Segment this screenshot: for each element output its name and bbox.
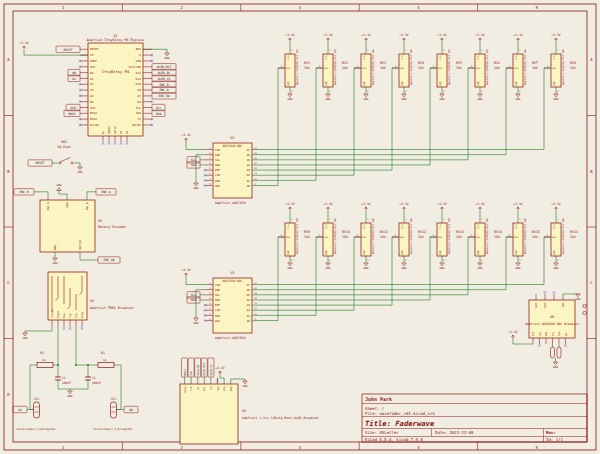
slider-rv12[interactable]: +3.3VGNDVinOutGND123Adafruit SC60281 Pot… (392, 202, 426, 270)
net-label-OLED_DC[interactable]: OLED_DC (152, 69, 176, 75)
adc-ref: U3 (230, 271, 234, 275)
slider-rv6[interactable]: +3.3VGNDVinOutGND123Adafruit SC60281 Pot… (468, 33, 500, 101)
push-switch-sw1[interactable]: SW1SW_PushGND (52, 140, 83, 175)
pin-name: SCK (90, 106, 95, 110)
net-label-SCK[interactable]: SCK (66, 104, 80, 110)
slider-rv7[interactable]: +3.3VGNDVinOutGND123Adafruit SC60281 Pot… (506, 33, 538, 101)
pin-name: ENC_B (47, 202, 50, 210)
pin-name: A5 (247, 293, 251, 297)
no-connect-icon (564, 344, 566, 346)
resistor-ref: R1 (101, 351, 105, 355)
pin-name: SWITCH (79, 240, 82, 250)
net-label-SCL[interactable]: SCL (152, 104, 165, 110)
pin-name: VOUT (544, 302, 547, 308)
pad[interactable] (557, 347, 561, 358)
pin-name: A2 (90, 82, 94, 86)
analog-frontend[interactable]: R21kR11kC2100nFC1100nFGNDJP2JP1SolderJum… (17, 351, 133, 432)
slider-rv1[interactable]: +3.3VGNDVinOutGND123Adafruit SC60281 Pot… (278, 33, 310, 101)
net-label-SDA[interactable]: SDA (152, 110, 165, 116)
net-label-ENC_SW[interactable]: ENC_SW (152, 93, 176, 99)
pin-number: 1 (557, 218, 559, 220)
net-label-RESET[interactable]: RESET (28, 160, 52, 166)
slider-rv10[interactable]: +3.3VGNDVinOutGND123Adafruit SC60281 Pot… (316, 202, 350, 270)
pin-name: AD0 (215, 314, 220, 318)
net-label-OLED_DC[interactable]: OLED_DC (195, 358, 201, 377)
oled-body[interactable] (180, 384, 238, 444)
net-label-SCL[interactable]: SCL (187, 157, 200, 163)
pin-number: 3 (557, 259, 559, 262)
pin-number: 3 (367, 90, 369, 93)
pin-number: 4 (209, 162, 211, 164)
zone-number: 4 (417, 5, 420, 10)
net-label-A1[interactable]: A1 (13, 406, 27, 412)
dac-breakout-u6[interactable]: VREFVOUTGNDGNDVDD3VoGNDSCLSDAA0+3.3VGNDU… (508, 291, 586, 369)
zone-number: 2 (180, 5, 183, 10)
zone-number: 4 (417, 445, 420, 450)
net-label-SCK[interactable]: SCK (188, 358, 194, 377)
slider-rv3[interactable]: +3.3VGNDVinOutGND123Adafruit SC60281 Pot… (354, 33, 386, 101)
net-label-ENC_A[interactable]: ENC_A (96, 189, 116, 195)
gnd-label: GND (287, 266, 292, 270)
slider-rv2[interactable]: +3.3VGNDVinOutGND123Adafruit SC60281 Pot… (316, 33, 348, 101)
slider-rv8[interactable]: +3.3VGNDVinOutGND123Adafruit SC60281 Pot… (544, 33, 576, 101)
svg-text:OLED_CS: OLED_CS (210, 364, 213, 375)
svg-text:SCK: SCK (70, 106, 76, 110)
adc-u1[interactable]: +3.3VGNDU1ADS7830 ADCAdafruit_ADS7830VIN… (181, 133, 257, 204)
solder-jumper-body[interactable] (34, 402, 40, 418)
solder-jumper-body[interactable] (111, 402, 117, 418)
oled-ref: U8 (242, 409, 246, 413)
pin-name: A1 (247, 179, 251, 183)
slider-rv14[interactable]: +3.3VGNDVinOutGND123Adafruit SC60281 Pot… (468, 202, 502, 270)
net-label-MOSI[interactable]: MOSI (64, 110, 80, 116)
net-label-RESET[interactable]: RESET (56, 46, 80, 52)
net-label-OLED_CS[interactable]: OLED_CS (208, 358, 214, 377)
slider-rv5[interactable]: +3.3VGNDVinOutGND123Adafruit SC60281 Pot… (430, 33, 462, 101)
net-label-A1[interactable]: A1 (68, 75, 80, 81)
pin-name: SDA (215, 163, 220, 167)
pin-name: Out (400, 236, 405, 239)
net-label-SDA[interactable]: SDA (187, 297, 200, 303)
net-label-SDA[interactable]: SDA (187, 162, 200, 168)
connector-pin (583, 311, 586, 314)
slider-rv4[interactable]: +3.3VGNDVinOutGND123Adafruit SC60281 Pot… (392, 33, 424, 101)
slider-rv11[interactable]: +3.3VGNDVinOutGND123Adafruit SC60281 Pot… (354, 202, 388, 270)
net-label-A0[interactable]: A0 (124, 406, 138, 412)
net-label-SCL[interactable]: SCL (187, 292, 200, 298)
gnd-label: GND (553, 365, 558, 369)
slider-rv9[interactable]: +3.3VGNDVinOutGND123Adafruit SC60281 Pot… (278, 202, 310, 270)
net-label-OLED_CS[interactable]: OLED_CS (152, 75, 176, 81)
net-label-OLED_RST[interactable]: OLED_RST (152, 64, 176, 70)
no-connect-icon (544, 291, 546, 293)
net-label-ENC_B[interactable]: ENC_B (152, 81, 176, 87)
pin-number: 3 (443, 259, 445, 262)
net-label-ENC_SW[interactable]: ENC_SW (98, 257, 120, 263)
mcu-body[interactable] (88, 43, 143, 136)
oled-breakout-u8[interactable]: +3.3VGNDDataClkDCRstCS3VoVinGNDU8Adafrui… (180, 366, 319, 444)
pad[interactable] (551, 347, 555, 358)
adc-ref: U1 (230, 136, 234, 140)
vcc-label: +3.3V (285, 33, 294, 37)
zone-number: 5 (536, 5, 539, 10)
pin-number: 2 (281, 234, 283, 236)
net-label-OLED_RST[interactable]: OLED_RST (201, 358, 207, 377)
jumper-value: SolderJumper_3_Bridged12 (94, 427, 133, 431)
author: John Park (365, 396, 392, 402)
slider-rv13[interactable]: +3.3VGNDVinOutGND123Adafruit SC60281 Pot… (430, 202, 464, 270)
jumper-ref: JP1 (111, 397, 117, 401)
net-label-A0[interactable]: A0 (68, 69, 80, 75)
mcu-itsybitsy[interactable]: U2Adafruit ItsyBitsy M4 ExpressItsyBitsy… (19, 34, 170, 145)
resistor-body[interactable] (98, 363, 114, 368)
slider-ref: RV12 (418, 230, 426, 234)
pin-number: 1 (519, 49, 521, 51)
net-label-ENC_B[interactable]: ENC_B (14, 189, 34, 195)
pin-name: Vin (287, 224, 290, 229)
net-label-ENC_A[interactable]: ENC_A (152, 87, 176, 93)
slider-rv15[interactable]: +3.3VGNDVinOutGND123Adafruit SC60281 Pot… (506, 202, 540, 270)
svg-text:ENC_SW: ENC_SW (104, 258, 115, 262)
net-label-MOSI[interactable]: MOSI (182, 358, 188, 377)
resistor-body[interactable] (37, 363, 53, 368)
mcu-value: Adafruit ItsyBitsy M4 Express (87, 38, 145, 42)
rotary-encoder-u5[interactable]: GNDENC_BGNDENC_AGNDSWITCHGNDU5Rotary Enc… (34, 183, 127, 265)
slider-rv16[interactable]: +3.3VGNDVinOutGND123Adafruit SC60281 Pot… (544, 202, 578, 270)
adc-u3[interactable]: +3.3VGNDU3ADS7830 ADCAdafruit_ADS7830VIN… (181, 268, 257, 339)
